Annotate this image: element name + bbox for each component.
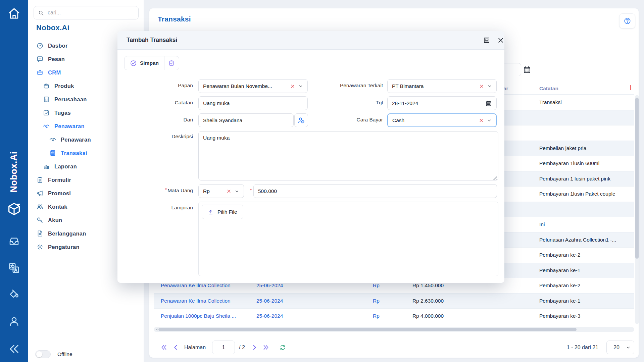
clear-x-icon[interactable] (290, 84, 295, 89)
refresh-icon[interactable] (279, 344, 286, 351)
row-bayar: Rp 4.000.000 (362, 313, 444, 319)
key-icon (36, 216, 44, 224)
user-icon[interactable] (8, 315, 20, 327)
save-alt-button[interactable] (164, 56, 179, 70)
catatan-label: Catatan (126, 100, 193, 106)
chevron-down-icon[interactable] (487, 84, 492, 89)
horizontal-scrollbar (154, 327, 634, 332)
page-number-input[interactable] (212, 341, 235, 354)
cara-bayar-select[interactable]: Cash (387, 113, 497, 127)
megaphone-icon (36, 190, 44, 197)
row-catatan: Pembelian jaket pria (539, 145, 586, 151)
sidebar-item-label: Pengaturan (48, 244, 80, 250)
cara-bayar-label: Cara Bayar (316, 117, 383, 123)
clear-x-icon[interactable] (479, 84, 484, 89)
papan-select[interactable]: Penawaran Bulan Novembe... (198, 79, 308, 93)
mata-uang-value: Rp (203, 188, 225, 194)
penawaran-terkait-select[interactable]: PT Bimantara (387, 79, 497, 93)
translate-icon[interactable] (8, 262, 20, 274)
person-check-icon (297, 116, 305, 124)
sidebar-item-label: CRM (48, 69, 61, 76)
paint-icon[interactable] (8, 289, 20, 301)
sidebar-item-label: Produk (54, 83, 74, 89)
row-catatan: Pembayaran 1lusin 600ml (539, 160, 599, 166)
pilih-file-label: Pilih File (217, 209, 237, 215)
popup-window-icon[interactable] (483, 37, 490, 44)
vertical-scrollbar-thumb[interactable] (635, 98, 639, 259)
pagination-range: 1 - 20 dari 21 (543, 345, 598, 351)
gear-icon (36, 243, 44, 251)
page-size-select[interactable]: 20 (606, 341, 634, 354)
sidebar-item-label: Akun (48, 217, 62, 223)
search-input[interactable] (48, 10, 134, 16)
chart-icon (43, 163, 50, 170)
lampiran-dropzone[interactable]: Pilih File (198, 202, 498, 276)
first-page-icon[interactable] (161, 344, 167, 351)
clear-x-icon[interactable] (227, 189, 231, 194)
tgl-label: Tgl (316, 100, 383, 106)
page-size-value: 20 (613, 345, 620, 351)
vertical-scrollbar (635, 95, 639, 324)
cube-logo-icon[interactable] (6, 201, 22, 217)
dari-label: Dari (126, 117, 193, 123)
select-contact-button[interactable] (294, 113, 308, 127)
sidebar-item-label: Promosi (48, 190, 71, 197)
deskripsi-label: Deskripsi (126, 134, 193, 140)
calculator-icon (49, 149, 56, 157)
catatan-field[interactable] (203, 100, 303, 106)
horizontal-scrollbar-thumb[interactable] (158, 328, 577, 331)
calendar-icon[interactable] (485, 100, 492, 107)
row-catatan: Pembayaran ke-2 (539, 282, 580, 289)
close-icon[interactable] (497, 37, 504, 44)
sidebar-item-label: Pesan (48, 56, 65, 62)
deskripsi-textarea[interactable]: Uang muka (198, 131, 498, 180)
save-button[interactable]: Simpan (125, 56, 164, 70)
pagination-bar: Halaman / 2 1 - 20 dari 21 20 (154, 339, 634, 359)
row-papan-link[interactable]: Penawaran Ke Ilma Collection (161, 298, 231, 304)
message-icon (36, 55, 44, 63)
row-catatan: Pembayaran ke-3 (539, 313, 580, 319)
people-icon (36, 203, 44, 210)
sidebar-item-label: Kontak (48, 204, 67, 210)
modal-header: Tambah Transaksi (117, 31, 504, 50)
jumlah-field[interactable] (258, 188, 492, 194)
row-papan-link[interactable]: Penawaran Ke Ilma Collection (161, 282, 231, 289)
column-header-catatan[interactable]: Catatan (539, 86, 558, 92)
chevron-down-icon[interactable] (487, 118, 492, 123)
row-tgl: 25-06-2024 (256, 282, 283, 289)
collapse-left-icon[interactable] (8, 343, 20, 355)
mata-uang-select[interactable]: Rp (198, 184, 244, 198)
dari-field[interactable] (203, 117, 289, 123)
sidebar-item-label: Tugas (54, 110, 71, 116)
offline-control: Offline (35, 350, 72, 358)
row-bayar: Rp 1.450.000 (362, 282, 444, 289)
pilih-file-button[interactable]: Pilih File (202, 205, 243, 219)
clear-x-icon[interactable] (479, 118, 484, 123)
cara-bayar-value: Cash (392, 117, 477, 123)
inbox-icon[interactable] (8, 235, 20, 247)
row-catatan: Pembayaran ke-1 (539, 298, 580, 304)
prev-page-icon[interactable] (172, 344, 179, 351)
tgl-field[interactable] (392, 100, 485, 106)
upload-icon (208, 209, 214, 215)
offline-toggle[interactable] (35, 350, 51, 358)
sidebar-search[interactable] (34, 6, 139, 19)
chevron-down-icon[interactable] (298, 84, 303, 89)
row-papan-link[interactable]: Penjualan 1000pc Baju Sheila ... (161, 313, 236, 319)
chevron-down-icon[interactable] (235, 189, 239, 194)
help-button[interactable] (619, 13, 635, 29)
modal-title: Tambah Transaksi (127, 37, 177, 44)
last-page-icon[interactable] (263, 344, 269, 351)
task-icon (43, 109, 50, 116)
table-row: Penawaran Ke Ilma Collection25-06-2024Rp… (154, 294, 634, 309)
dari-field-wrap (198, 113, 294, 127)
calendar-filter-icon[interactable] (523, 65, 531, 74)
search-icon (38, 10, 44, 16)
dashboard-icon (36, 42, 44, 49)
next-page-icon[interactable] (251, 344, 258, 351)
handshake-icon (43, 122, 50, 130)
briefcase-icon (36, 69, 44, 76)
row-tgl: 25-06-2024 (256, 298, 283, 304)
home-icon[interactable] (7, 7, 21, 20)
textarea-resize-grip[interactable] (493, 175, 497, 180)
